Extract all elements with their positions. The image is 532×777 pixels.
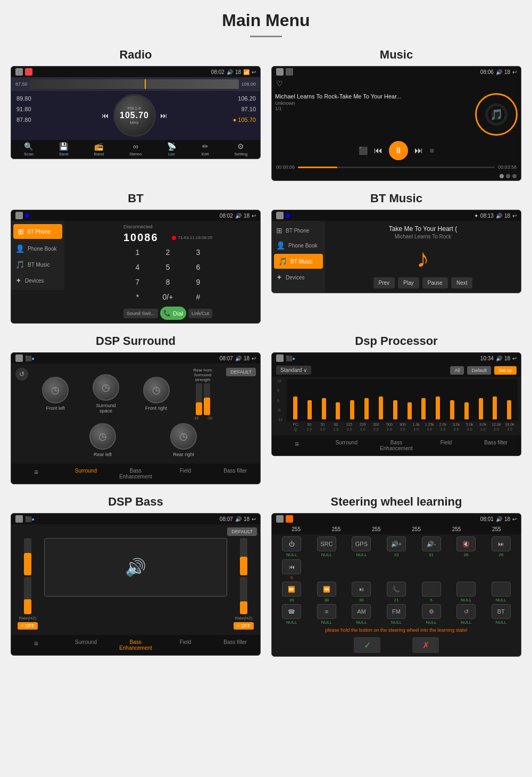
- bt-key-3[interactable]: 3: [184, 246, 212, 259]
- sw-am-btn[interactable]: AM: [352, 604, 371, 619]
- dsp-rear-right-control[interactable]: ◷: [170, 423, 197, 450]
- preset-3[interactable]: 87.80: [14, 115, 41, 124]
- btm-prev-btn[interactable]: Prev: [373, 277, 395, 288]
- preset-r1[interactable]: 106.20: [228, 94, 257, 103]
- bt-key-5[interactable]: 5: [154, 261, 182, 274]
- radio-next-icon[interactable]: ⏭: [160, 111, 168, 120]
- dsp-bass-enh-tab[interactable]: BassEnhancement: [111, 466, 161, 482]
- sw-prev-track-btn[interactable]: ⏮: [282, 559, 301, 574]
- music-playlist-icon[interactable]: ≡: [429, 146, 434, 155]
- sw-vol-down-btn[interactable]: 🔊-: [422, 536, 441, 551]
- music-next-btn[interactable]: ⏭: [414, 146, 423, 155]
- dspb-default-btn[interactable]: DEFAULT: [227, 527, 257, 536]
- dspb-bass-enh-tab[interactable]: BassEnhancement: [111, 637, 161, 653]
- music-prev-btn[interactable]: ⏮: [374, 146, 383, 155]
- sw-gear-btn[interactable]: ⚙: [422, 604, 441, 619]
- dsp-refresh-icon[interactable]: ↺: [15, 368, 28, 381]
- sw-fm-btn[interactable]: FM: [387, 604, 406, 619]
- bt-phone-item[interactable]: ⊞ BT Phone: [13, 224, 62, 239]
- dspp-setup-btn[interactable]: Set up: [494, 366, 517, 375]
- btm-devices-item[interactable]: ✦ Devices: [272, 270, 325, 285]
- sw-next-track-btn[interactable]: ⏭: [492, 536, 511, 551]
- bt-link-btn[interactable]: Link/Cut: [188, 309, 212, 318]
- sw-rotate-btn[interactable]: ↺: [456, 604, 476, 619]
- freq-scale[interactable]: [30, 79, 239, 89]
- btm-pause-btn[interactable]: Pause: [422, 277, 448, 288]
- bt-key-8[interactable]: 8: [154, 276, 182, 288]
- sw-cancel-btn[interactable]: ✗: [412, 637, 439, 653]
- radio-loc-btn[interactable]: 📡 Loc: [167, 142, 176, 156]
- btm-phonebook-item[interactable]: 👤 Phone Book: [272, 238, 325, 253]
- music-heart-icon[interactable]: ♡: [276, 79, 283, 88]
- sw-r6-btn[interactable]: [456, 582, 476, 597]
- music-screen-icon[interactable]: ⬛: [359, 146, 368, 155]
- sw-power-btn[interactable]: ⏻: [282, 536, 301, 551]
- radio-dial[interactable]: FM 1-6 105.70 MHz: [113, 94, 156, 137]
- dsp-front-left-control[interactable]: ◷: [42, 377, 69, 403]
- btm-play-btn[interactable]: Play: [398, 277, 419, 288]
- sw-play-btn[interactable]: ⏯: [352, 582, 371, 597]
- dspp-surround-tab[interactable]: Surround: [322, 437, 372, 453]
- dspp-bass-enh-tab[interactable]: BassEnhancement: [371, 437, 421, 453]
- dspp-default-btn[interactable]: Default: [467, 366, 491, 375]
- bt-music-item[interactable]: 🎵 BT Music: [11, 257, 64, 272]
- bt-phonebook-item[interactable]: 👤 Phone Book: [11, 241, 64, 256]
- sw-settings-btn[interactable]: ☎: [282, 604, 301, 619]
- sw-r7-btn[interactable]: [492, 582, 511, 597]
- sw-menu-btn[interactable]: ≡: [317, 604, 336, 619]
- dsp-rear-left-control[interactable]: ◷: [89, 423, 116, 450]
- bt-devices-item[interactable]: ✦ Devices: [11, 273, 64, 288]
- bt-key-9[interactable]: 9: [184, 276, 212, 288]
- radio-save-btn[interactable]: 💾 Save: [59, 142, 69, 156]
- btm-next-btn[interactable]: Next: [451, 277, 473, 288]
- radio-setting-btn[interactable]: ⚙ Setting: [234, 142, 247, 156]
- preset-1[interactable]: 89.80: [14, 94, 41, 103]
- preset-2[interactable]: 91.80: [14, 105, 41, 113]
- bt-key-7[interactable]: 7: [123, 276, 152, 288]
- bt-sound-btn[interactable]: Sound Swit...: [123, 309, 158, 318]
- dspb-bass-filter-tab[interactable]: Bass filter: [210, 637, 260, 653]
- dspp-eq-grid[interactable]: [287, 379, 518, 421]
- bt-key-6[interactable]: 6: [184, 261, 212, 274]
- dspb-slider-left-2[interactable]: [24, 577, 31, 614]
- dsp-slider-1[interactable]: [196, 383, 202, 415]
- dspb-slider-right-1[interactable]: [240, 538, 247, 575]
- dspb-surround-tab[interactable]: Surround: [61, 637, 111, 653]
- sw-src-btn[interactable]: SRC: [317, 536, 336, 551]
- dspp-eq-tab[interactable]: ≡: [272, 437, 322, 453]
- dspp-standard-dropdown[interactable]: Standard ∨: [276, 366, 311, 375]
- dspb-off-btn[interactable]: < OFF: [18, 622, 38, 630]
- dspb-off-right-btn[interactable]: < OFF: [234, 622, 254, 630]
- preset-r2[interactable]: 97.10: [228, 105, 257, 113]
- dsp-surround-tab[interactable]: Surround: [61, 466, 111, 482]
- dspp-all-btn[interactable]: All: [450, 366, 464, 375]
- dsp-surround-control[interactable]: ◷: [93, 374, 119, 401]
- bt-key-2[interactable]: 2: [154, 246, 182, 259]
- preset-r3-active[interactable]: ● 105.70: [228, 115, 257, 124]
- dsp-front-right-control[interactable]: ◷: [143, 377, 170, 403]
- dsp-eq-tab[interactable]: ≡: [11, 466, 61, 482]
- bt-dial-btn[interactable]: 📞 Dial: [160, 307, 186, 320]
- bt-key-4[interactable]: 4: [123, 261, 152, 274]
- sw-r5-btn[interactable]: [422, 582, 441, 597]
- sw-confirm-btn[interactable]: ✓: [354, 637, 380, 653]
- radio-band-btn[interactable]: 📻 Band: [94, 142, 104, 156]
- radio-prev-icon[interactable]: ⏮: [102, 111, 109, 120]
- radio-stereo-btn[interactable]: ∞ Stereo: [129, 142, 142, 156]
- sw-phone-btn[interactable]: 📞: [387, 582, 406, 597]
- sw-gps-btn[interactable]: GPS: [352, 536, 371, 551]
- music-progress-track[interactable]: [298, 167, 495, 168]
- radio-edit-btn[interactable]: ✏ Edit: [202, 142, 209, 156]
- dspb-eq-tab[interactable]: ≡: [11, 637, 61, 653]
- bt-key-star[interactable]: *: [123, 291, 152, 303]
- bt-key-0[interactable]: 0/+: [154, 291, 182, 303]
- btm-phone-item[interactable]: ⊞ BT Phone: [272, 223, 325, 238]
- sw-mute-btn[interactable]: 🔇: [456, 536, 476, 551]
- dspb-field-tab[interactable]: Field: [161, 637, 211, 653]
- btm-music-item[interactable]: 🎵 BT Music: [274, 254, 323, 269]
- dsp-default-btn[interactable]: DEFAULT: [226, 368, 256, 376]
- music-play-btn[interactable]: ⏸: [389, 141, 408, 160]
- sw-bt-btn[interactable]: BT: [492, 604, 511, 619]
- radio-scan-btn[interactable]: 🔍 Scan: [24, 142, 34, 156]
- sw-rw-btn[interactable]: ⏪: [317, 582, 336, 597]
